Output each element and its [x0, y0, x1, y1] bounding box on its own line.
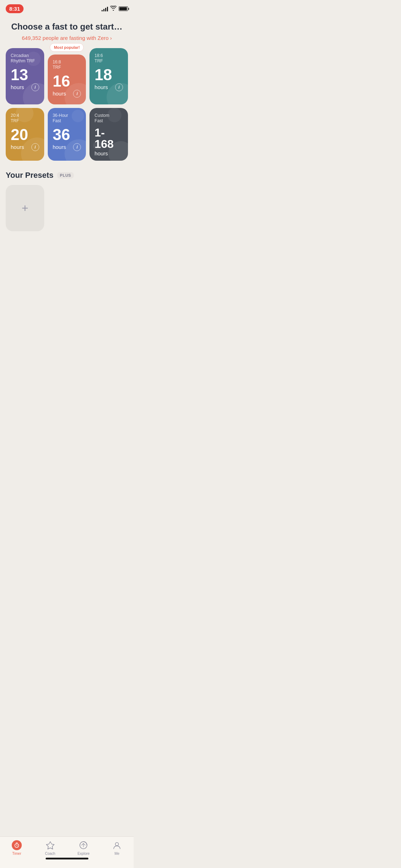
- add-preset-button[interactable]: +: [6, 185, 44, 231]
- status-time: 8:31: [6, 4, 24, 13]
- card-20-4-hours: 20: [11, 127, 28, 143]
- fast-cards-grid: CircadianRhythm TRF 13 hours i Most popu…: [0, 48, 134, 161]
- card-18-6-hours-label: hours: [94, 84, 108, 90]
- fast-card-popular-wrapper: Most popular! 16:8TRF 16 hours i: [48, 48, 86, 104]
- card-36h-hours-label: hours: [53, 144, 66, 150]
- card-16-8-label: 16:8TRF: [53, 60, 81, 71]
- card-circadian-hours: 13: [11, 67, 28, 83]
- card-18-6-hours: 18: [94, 67, 112, 83]
- plus-badge: PLUS: [57, 172, 74, 179]
- fast-card-16-8[interactable]: 16:8TRF 16 hours i: [48, 55, 86, 104]
- card-16-8-hours-label: hours: [53, 91, 66, 97]
- status-bar: 8:31: [0, 0, 134, 16]
- page-title: Choose a fast to get start…: [7, 22, 127, 32]
- presets-title: Your Presets: [6, 171, 53, 180]
- card-circadian-hours-label: hours: [11, 84, 24, 90]
- fast-card-circadian[interactable]: CircadianRhythm TRF 13 hours i: [6, 48, 44, 104]
- wifi-icon: [110, 6, 117, 12]
- fast-card-custom[interactable]: CustomFast 1-168 hours: [89, 108, 128, 161]
- card-36h-hours: 36: [53, 127, 70, 143]
- add-preset-plus-icon: +: [22, 202, 29, 214]
- most-popular-badge: Most popular!: [50, 43, 84, 52]
- signal-icon: [102, 6, 108, 11]
- card-18-6-label: 18:6TRF: [94, 53, 123, 64]
- card-custom-hours-label: hours: [94, 150, 108, 156]
- presets-section: Your Presets PLUS +: [0, 161, 134, 237]
- status-icons: [102, 6, 128, 12]
- presets-header: Your Presets PLUS: [6, 171, 128, 180]
- fast-card-36h[interactable]: 36-HourFast 36 hours i: [48, 108, 86, 161]
- battery-icon: [119, 6, 128, 11]
- fast-card-18-6[interactable]: 18:6TRF 18 hours i: [89, 48, 128, 104]
- fast-card-20-4[interactable]: 20:4TRF 20 hours i: [6, 108, 44, 161]
- card-16-8-hours: 16: [53, 73, 70, 89]
- fasting-count-link[interactable]: 649,352 people are fasting with Zero ›: [7, 35, 127, 41]
